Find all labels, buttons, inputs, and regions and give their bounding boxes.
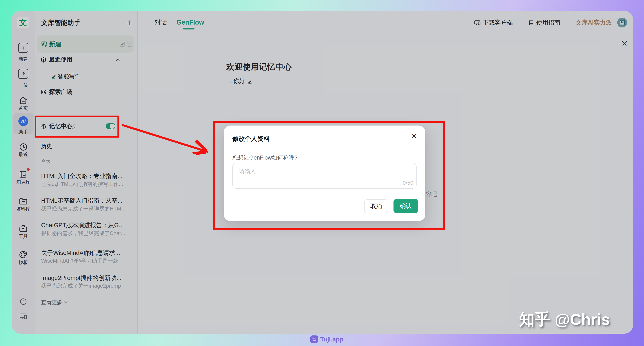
tuji-badge-label: Tuji.app [320,336,344,343]
modal-close-button[interactable]: ✕ [410,132,418,141]
modal-title: 修改个人资料 [232,134,270,143]
edit-profile-modal: 修改个人资料 ✕ 您想让GenFlow如何称呼? 0/50 取消 确认 [224,126,425,221]
screenshot-stage: 文 + 新建 上传 首页 AI 助手 最近 AI 知识库 资料库 [0,0,644,346]
char-counter: 0/50 [403,180,413,186]
watermark: 知乎 @Chris [519,309,610,330]
crop-icon [310,336,318,343]
cancel-button[interactable]: 取消 [364,200,388,213]
tuji-badge: Tuji.app [310,335,344,344]
modal-question: 您想让GenFlow如何称呼? [232,154,298,162]
confirm-button[interactable]: 确认 [394,199,418,213]
nickname-input[interactable] [232,163,416,189]
